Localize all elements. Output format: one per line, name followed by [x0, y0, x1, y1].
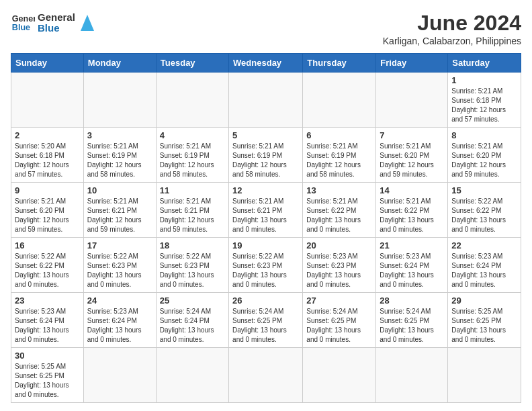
day-info: Sunrise: 5:23 AMSunset: 6:24 PMDaylight:…: [380, 252, 444, 289]
weekday-header-friday: Friday: [376, 54, 448, 73]
calendar-cell-empty: [303, 348, 376, 403]
calendar-cell-empty: [376, 348, 448, 403]
day-info: Sunrise: 5:25 AMSunset: 6:25 PMDaylight:…: [15, 362, 80, 400]
calendar-cell-empty: [156, 73, 228, 128]
day-number: 17: [87, 240, 152, 250]
calendar-cell-24: 24Sunrise: 5:23 AMSunset: 6:24 PMDayligh…: [83, 293, 156, 348]
day-number: 28: [380, 295, 444, 306]
calendar-cell-2: 2Sunrise: 5:20 AMSunset: 6:18 PMDaylight…: [11, 128, 84, 183]
day-info: Sunrise: 5:21 AMSunset: 6:19 PMDaylight:…: [160, 142, 225, 179]
weekday-header-wednesday: Wednesday: [229, 54, 303, 73]
day-number: 26: [232, 295, 299, 306]
week-row-3: 9Sunrise: 5:21 AMSunset: 6:20 PMDaylight…: [11, 183, 521, 238]
day-number: 6: [306, 130, 372, 140]
svg-text:Blue: Blue: [12, 23, 30, 32]
calendar-cell-empty: [156, 348, 228, 403]
week-row-2: 2Sunrise: 5:20 AMSunset: 6:18 PMDaylight…: [11, 128, 521, 183]
calendar-cell-18: 18Sunrise: 5:22 AMSunset: 6:23 PMDayligh…: [156, 238, 228, 293]
day-info: Sunrise: 5:21 AMSunset: 6:19 PMDaylight:…: [232, 142, 299, 179]
day-number: 8: [451, 130, 517, 140]
calendar-cell-empty: [229, 348, 303, 403]
day-number: 11: [160, 185, 225, 195]
weekday-header-monday: Monday: [83, 54, 156, 73]
day-info: Sunrise: 5:21 AMSunset: 6:21 PMDaylight:…: [232, 197, 299, 234]
day-info: Sunrise: 5:22 AMSunset: 6:23 PMDaylight:…: [87, 252, 152, 289]
calendar-cell-21: 21Sunrise: 5:23 AMSunset: 6:24 PMDayligh…: [376, 238, 448, 293]
day-number: 22: [451, 240, 517, 250]
calendar-cell-27: 27Sunrise: 5:24 AMSunset: 6:25 PMDayligh…: [303, 293, 376, 348]
calendar-cell-empty: [11, 73, 84, 128]
logo-icon: General Blue: [11, 11, 35, 35]
day-info: Sunrise: 5:22 AMSunset: 6:23 PMDaylight:…: [232, 252, 299, 289]
day-info: Sunrise: 5:21 AMSunset: 6:19 PMDaylight:…: [306, 142, 372, 179]
calendar-cell-4: 4Sunrise: 5:21 AMSunset: 6:19 PMDaylight…: [156, 128, 228, 183]
day-number: 16: [15, 240, 80, 250]
day-info: Sunrise: 5:24 AMSunset: 6:25 PMDaylight:…: [232, 307, 299, 345]
svg-marker-3: [81, 15, 94, 31]
day-number: 7: [380, 130, 444, 140]
day-number: 13: [306, 185, 372, 195]
day-info: Sunrise: 5:21 AMSunset: 6:22 PMDaylight:…: [380, 197, 444, 234]
calendar-cell-30: 30Sunrise: 5:25 AMSunset: 6:25 PMDayligh…: [11, 348, 84, 403]
day-number: 25: [160, 295, 225, 306]
calendar-table: SundayMondayTuesdayWednesdayThursdayFrid…: [11, 53, 521, 403]
day-info: Sunrise: 5:23 AMSunset: 6:23 PMDaylight:…: [306, 252, 372, 289]
header: General Blue General Blue June 2024 Karl…: [11, 11, 521, 46]
day-number: 5: [232, 130, 299, 140]
weekday-header-thursday: Thursday: [303, 54, 376, 73]
calendar-cell-11: 11Sunrise: 5:21 AMSunset: 6:21 PMDayligh…: [156, 183, 228, 238]
day-number: 27: [306, 295, 372, 306]
day-info: Sunrise: 5:21 AMSunset: 6:21 PMDaylight:…: [87, 197, 152, 234]
day-info: Sunrise: 5:21 AMSunset: 6:21 PMDaylight:…: [160, 197, 225, 234]
day-number: 30: [15, 351, 80, 361]
day-info: Sunrise: 5:22 AMSunset: 6:22 PMDaylight:…: [451, 197, 517, 234]
calendar-cell-25: 25Sunrise: 5:24 AMSunset: 6:24 PMDayligh…: [156, 293, 228, 348]
weekday-header-tuesday: Tuesday: [156, 54, 228, 73]
calendar-cell-14: 14Sunrise: 5:21 AMSunset: 6:22 PMDayligh…: [376, 183, 448, 238]
day-info: Sunrise: 5:21 AMSunset: 6:19 PMDaylight:…: [87, 142, 152, 179]
logo-general: General: [38, 12, 75, 24]
day-info: Sunrise: 5:23 AMSunset: 6:24 PMDaylight:…: [15, 307, 80, 345]
day-number: 29: [451, 295, 517, 306]
title-area: June 2024 Karligan, Calabarzon, Philippi…: [383, 11, 521, 46]
day-info: Sunrise: 5:23 AMSunset: 6:24 PMDaylight:…: [451, 252, 517, 289]
week-row-6: 30Sunrise: 5:25 AMSunset: 6:25 PMDayligh…: [11, 348, 521, 403]
weekday-header-saturday: Saturday: [448, 54, 521, 73]
day-number: 24: [87, 295, 152, 306]
week-row-5: 23Sunrise: 5:23 AMSunset: 6:24 PMDayligh…: [11, 293, 521, 348]
day-number: 21: [380, 240, 444, 250]
calendar-cell-empty: [83, 348, 156, 403]
day-number: 4: [160, 130, 225, 140]
day-number: 19: [232, 240, 299, 250]
calendar-cell-empty: [229, 73, 303, 128]
day-info: Sunrise: 5:25 AMSunset: 6:25 PMDaylight:…: [451, 307, 517, 345]
calendar-cell-12: 12Sunrise: 5:21 AMSunset: 6:21 PMDayligh…: [229, 183, 303, 238]
calendar-cell-5: 5Sunrise: 5:21 AMSunset: 6:19 PMDaylight…: [229, 128, 303, 183]
calendar-cell-7: 7Sunrise: 5:21 AMSunset: 6:20 PMDaylight…: [376, 128, 448, 183]
logo-triangle-icon: [79, 13, 95, 32]
calendar-cell-26: 26Sunrise: 5:24 AMSunset: 6:25 PMDayligh…: [229, 293, 303, 348]
logo-blue: Blue: [38, 23, 75, 34]
calendar-cell-15: 15Sunrise: 5:22 AMSunset: 6:22 PMDayligh…: [448, 183, 521, 238]
week-row-1: 1Sunrise: 5:21 AMSunset: 6:18 PMDaylight…: [11, 73, 521, 128]
day-info: Sunrise: 5:23 AMSunset: 6:24 PMDaylight:…: [87, 307, 152, 345]
day-info: Sunrise: 5:21 AMSunset: 6:20 PMDaylight:…: [451, 142, 517, 179]
calendar-subtitle: Karligan, Calabarzon, Philippines: [383, 36, 521, 46]
day-number: 12: [232, 185, 299, 195]
day-number: 10: [87, 185, 152, 195]
day-number: 14: [380, 185, 444, 195]
day-number: 2: [15, 130, 80, 140]
day-info: Sunrise: 5:24 AMSunset: 6:25 PMDaylight:…: [306, 307, 372, 345]
calendar-cell-empty: [448, 348, 521, 403]
calendar-cell-empty: [83, 73, 156, 128]
calendar-title: June 2024: [383, 11, 521, 36]
calendar-cell-28: 28Sunrise: 5:24 AMSunset: 6:25 PMDayligh…: [376, 293, 448, 348]
calendar-cell-6: 6Sunrise: 5:21 AMSunset: 6:19 PMDaylight…: [303, 128, 376, 183]
calendar-cell-22: 22Sunrise: 5:23 AMSunset: 6:24 PMDayligh…: [448, 238, 521, 293]
week-row-4: 16Sunrise: 5:22 AMSunset: 6:22 PMDayligh…: [11, 238, 521, 293]
day-info: Sunrise: 5:22 AMSunset: 6:23 PMDaylight:…: [160, 252, 225, 289]
calendar-cell-3: 3Sunrise: 5:21 AMSunset: 6:19 PMDaylight…: [83, 128, 156, 183]
weekday-header-row: SundayMondayTuesdayWednesdayThursdayFrid…: [11, 54, 521, 73]
calendar-cell-10: 10Sunrise: 5:21 AMSunset: 6:21 PMDayligh…: [83, 183, 156, 238]
day-number: 20: [306, 240, 372, 250]
